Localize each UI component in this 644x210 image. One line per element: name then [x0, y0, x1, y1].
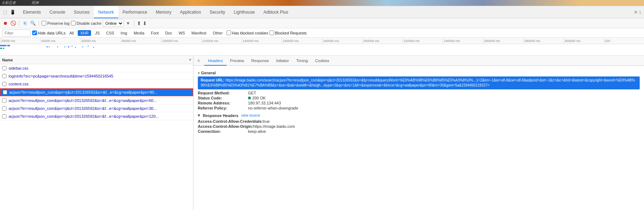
record-button[interactable]: ⏺ [2, 20, 9, 27]
tick-14: 300000 ms [563, 38, 604, 44]
hide-data-urls-input[interactable] [32, 31, 37, 35]
timeline-bars [0, 44, 644, 56]
filter-js-btn[interactable]: JS [92, 30, 102, 36]
hide-data-urls-checkbox[interactable]: Hide data URLs [32, 31, 66, 35]
devtools-close-button[interactable]: ✕ [633, 9, 639, 15]
tab-application[interactable]: Application [176, 6, 205, 18]
upload-button[interactable]: ⬆ [137, 20, 141, 26]
preserve-log-checkbox[interactable]: Preserve log [42, 21, 70, 25]
filter-xhr-btn[interactable]: XHR [78, 30, 91, 36]
filter-img-btn[interactable]: Img [118, 30, 130, 36]
online-select[interactable]: Online [103, 20, 124, 27]
response-headers-label: Response Headers [203, 113, 238, 118]
svg-rect-5 [49, 46, 49, 47]
filter-css-btn[interactable]: CSS [104, 30, 117, 36]
tab-network[interactable]: Network [94, 6, 118, 18]
tab-sources[interactable]: Sources [70, 6, 94, 18]
tab-performance[interactable]: Performance [118, 6, 152, 18]
request-item-0[interactable]: sidebar.css [0, 64, 193, 72]
has-blocked-cookies-checkbox[interactable]: Has blocked cookies [226, 31, 268, 35]
tab-adblock[interactable]: Adblock Plus [259, 6, 292, 18]
filter-font-btn[interactable]: Font [148, 30, 161, 36]
referrer-policy-value: no-referrer-when-downgrade [248, 106, 298, 110]
tick-0: 20000 ms [0, 38, 40, 44]
clear-button[interactable]: 🚫 [10, 20, 16, 27]
tab-elements[interactable]: Elements [19, 6, 45, 18]
request-item-4[interactable]: acjson?tn=resultjson_com&ipn=rj&ct=20132… [0, 97, 193, 104]
request-checkbox-5[interactable] [2, 106, 6, 111]
svg-rect-12 [88, 46, 89, 47]
svg-rect-6 [57, 46, 58, 47]
svg-rect-7 [65, 46, 65, 47]
disable-cache-label: Disable cache [77, 21, 101, 25]
details-content: ▾ General Request URL: https://image.bai… [194, 66, 644, 210]
search-icon[interactable]: 🔍 [30, 20, 36, 27]
inspect-icon[interactable]: ⬚ [1, 9, 8, 15]
filter-manifest-btn[interactable]: Manifest [189, 30, 209, 36]
network-toolbar: ⏺ 🚫 ⎗ 🔍 Preserve log Disable cache Onlin… [0, 18, 644, 28]
tab-memory[interactable]: Memory [152, 6, 176, 18]
details-tabs: × Headers Preview Response Initiator Tim… [194, 56, 644, 66]
column-sort-icon[interactable]: ▾ [189, 58, 191, 62]
remote-address-row: Remote Address: 180.97.33.134:443 [198, 101, 640, 105]
request-checkbox-4[interactable] [2, 98, 6, 103]
filter-icon[interactable]: ⎗ [22, 20, 28, 27]
has-blocked-cookies-label: Has blocked cookies [232, 31, 268, 35]
preserve-log-input[interactable] [42, 21, 46, 25]
device-icon[interactable]: 📱 [9, 9, 16, 15]
request-item-6[interactable]: acjson?tn=resultjson_com&ipn=rj&ct=20132… [0, 112, 193, 120]
svg-rect-8 [68, 46, 69, 47]
request-url-row: Request URL: https://image.baidu.com/sea… [198, 76, 640, 89]
blocked-requests-checkbox[interactable]: Blocked Requests [269, 31, 307, 35]
request-name-4: acjson?tn=resultjson_com&ipn=rj&ct=20132… [9, 98, 191, 103]
request-list: sidebar.css logininfo?src=pc&page=search… [0, 64, 193, 210]
filter-all-btn[interactable]: All [67, 30, 76, 36]
request-item-2[interactable]: content.css [0, 80, 193, 88]
request-checkbox-6[interactable] [2, 114, 6, 118]
request-checkbox-2[interactable] [2, 82, 6, 86]
request-name-2: content.css [9, 82, 191, 86]
tab-security[interactable]: Security [205, 6, 229, 18]
tab-console[interactable]: Console [45, 6, 70, 18]
throttle-chevron-icon[interactable]: ▾ [125, 20, 132, 27]
filter-doc-btn[interactable]: Doc [163, 30, 175, 36]
request-checkbox-0[interactable] [2, 66, 6, 70]
filter-input[interactable] [2, 29, 31, 37]
request-item-3[interactable]: acjson?tn=resultjson_com&ipn=rj&ct=20132… [0, 88, 193, 96]
download-button[interactable]: ⬇ [143, 20, 147, 26]
details-close-button[interactable]: × [196, 58, 201, 64]
details-tab-preview[interactable]: Preview [226, 56, 248, 66]
svg-rect-11 [82, 46, 83, 47]
status-code-label: Status Code: [198, 96, 248, 100]
view-source-button[interactable]: view source [241, 113, 260, 117]
main-content: Name ▾ sidebar.css logininfo?src=pc&page… [0, 56, 644, 210]
tab-lighthouse[interactable]: Lighthouse [229, 6, 259, 18]
filter-media-btn[interactable]: Media [131, 30, 147, 36]
request-item-5[interactable]: acjson?tn=resultjson_com&ipn=rj&ct=20132… [0, 104, 193, 112]
filter-bar: Hide data URLs All XHR JS CSS Img Media … [0, 28, 644, 38]
filter-other-btn[interactable]: Other [210, 30, 225, 36]
request-checkbox-3[interactable] [3, 90, 7, 94]
has-blocked-cookies-input[interactable] [226, 31, 231, 35]
disable-cache-input[interactable] [71, 21, 76, 25]
details-tab-response[interactable]: Response [248, 56, 273, 66]
tick-4: 100000 ms [161, 38, 201, 44]
details-tab-timing[interactable]: Timing [293, 56, 312, 66]
request-method-label: Request Method: [198, 91, 248, 95]
tick-5: 120000 ms [201, 38, 242, 44]
svg-rect-0 [0, 45, 6, 46]
access-control-allow-credentials-label: Access-Control-Allow-Credentials: [198, 119, 263, 123]
details-tab-initiator[interactable]: Initiator [272, 56, 292, 66]
request-method-value: GET [248, 91, 256, 95]
filter-ws-btn[interactable]: WS [176, 30, 187, 36]
request-name-3: acjson?tn=resultjson_com&ipn=rj&ct=20132… [9, 90, 190, 94]
tick-11: 240000 ms [443, 38, 483, 44]
blocked-requests-input[interactable] [269, 31, 274, 35]
request-checkbox-1[interactable] [2, 74, 6, 78]
disable-cache-checkbox[interactable]: Disable cache [71, 21, 101, 25]
details-tab-cookies[interactable]: Cookies [311, 56, 333, 66]
status-green-dot [248, 97, 251, 99]
name-column-header: Name ▾ [0, 56, 193, 64]
details-tab-headers[interactable]: Headers [204, 56, 226, 66]
request-item-1[interactable]: logininfo?src=pc&page=searchresult&time=… [0, 72, 193, 80]
